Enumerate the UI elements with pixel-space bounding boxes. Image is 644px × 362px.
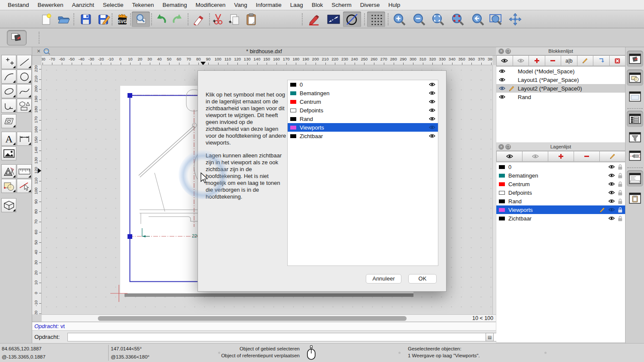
print-preview-button[interactable] bbox=[132, 12, 150, 27]
menu-bemating[interactable]: Bemating bbox=[158, 0, 191, 10]
layer-visibility-eye-icon[interactable] bbox=[608, 173, 615, 178]
svg-export-button[interactable]: SVG bbox=[113, 12, 131, 27]
layer-visibility-eye-icon[interactable] bbox=[429, 100, 435, 104]
layer-visibility-eye-icon[interactable] bbox=[608, 165, 615, 169]
ok-button[interactable]: OK bbox=[408, 274, 437, 284]
copy-button[interactable] bbox=[225, 12, 243, 27]
command-history-toggle[interactable] bbox=[627, 170, 643, 187]
dialog-layer-row-defpoints[interactable]: Defpoints bbox=[288, 106, 438, 115]
hscroll-thumb[interactable] bbox=[98, 316, 407, 321]
image-tool[interactable] bbox=[1, 146, 16, 160]
property-editor-toggle[interactable] bbox=[627, 88, 643, 105]
cad-tools[interactable] bbox=[1, 164, 16, 178]
layer-lock-icon[interactable] bbox=[618, 164, 623, 170]
dialog-layer-row-viewports[interactable]: Viewports bbox=[288, 123, 438, 132]
layer-row-centrum[interactable]: Centrum bbox=[496, 180, 625, 188]
menu-tekenen[interactable]: Tekenen bbox=[128, 0, 158, 10]
horizontal-scrollbar[interactable]: 10 < 100 bbox=[42, 314, 496, 322]
menu-informatie[interactable]: Informatie bbox=[252, 0, 286, 10]
menu-vang[interactable]: Vang bbox=[230, 0, 252, 10]
layer-lock-icon[interactable] bbox=[618, 207, 623, 213]
paste-button[interactable] bbox=[242, 12, 260, 27]
purge-block-button[interactable] bbox=[609, 55, 626, 66]
menu-aanzicht[interactable]: Aanzicht bbox=[68, 0, 99, 10]
layer-visibility-eye-icon[interactable] bbox=[429, 108, 435, 112]
modify-tool[interactable] bbox=[1, 179, 16, 193]
layer-visibility-eye-icon[interactable] bbox=[608, 199, 615, 203]
dialog-layer-row-0[interactable]: 0 bbox=[288, 80, 438, 89]
arc-tool[interactable] bbox=[1, 69, 16, 84]
block-visibility-eye-icon[interactable] bbox=[499, 69, 508, 73]
circle-tool-button[interactable] bbox=[343, 12, 361, 27]
ellipse-tool[interactable] bbox=[1, 84, 16, 98]
dialog-layer-row-rand[interactable]: Rand bbox=[288, 115, 438, 123]
block-row-layout2[interactable]: Layout2 (*Paper_Space0) bbox=[496, 84, 625, 93]
layer-visibility-eye-icon[interactable] bbox=[429, 134, 435, 138]
layer-row-viewports[interactable]: Viewports bbox=[496, 205, 625, 214]
new-file-button[interactable] bbox=[37, 12, 55, 27]
solid-3d-tool[interactable] bbox=[1, 198, 16, 212]
layer-row-0[interactable]: 0 bbox=[496, 163, 625, 171]
menu-laag[interactable]: Laag bbox=[286, 0, 307, 10]
layer-list-toggle[interactable] bbox=[627, 111, 643, 127]
layer-row-rand[interactable]: Rand bbox=[496, 197, 625, 205]
undo-button[interactable] bbox=[152, 12, 170, 27]
save-as-button[interactable] bbox=[95, 12, 113, 27]
selection-filter-toggle[interactable] bbox=[627, 129, 643, 145]
remove-block-button[interactable] bbox=[545, 55, 562, 66]
vertical-scrollbar[interactable] bbox=[492, 65, 496, 314]
zoom-selection-button[interactable] bbox=[449, 12, 467, 27]
layer-row-zichtbaar[interactable]: Zichtbaar bbox=[496, 214, 625, 223]
block-visibility-eye-icon[interactable] bbox=[499, 86, 508, 90]
insert-block-button[interactable] bbox=[593, 55, 610, 66]
save-button[interactable] bbox=[77, 12, 95, 27]
command-options-toggle[interactable] bbox=[627, 148, 643, 164]
dialog-layer-row-centrum[interactable]: Centrum bbox=[288, 97, 438, 106]
circle-tool-palette[interactable] bbox=[17, 69, 32, 84]
block-row-model[interactable]: Model (*Model_Space) bbox=[496, 67, 625, 75]
point-tool[interactable] bbox=[1, 55, 16, 69]
menu-bestand[interactable]: Bestand bbox=[3, 0, 33, 10]
menu-blok[interactable]: Blok bbox=[307, 0, 327, 10]
menu-hulp[interactable]: Hulp bbox=[384, 0, 404, 10]
layer-visibility-eye-icon[interactable] bbox=[429, 125, 435, 130]
measure-tool[interactable] bbox=[17, 164, 32, 178]
redo-button[interactable] bbox=[169, 12, 187, 27]
dimension-tool-palette[interactable] bbox=[17, 132, 32, 146]
zoom-out-button[interactable] bbox=[410, 12, 428, 27]
zoom-in-button[interactable] bbox=[390, 12, 408, 27]
shape-tool[interactable] bbox=[17, 99, 32, 113]
layer-lock-icon[interactable] bbox=[618, 181, 623, 187]
block-list-toggle[interactable] bbox=[627, 51, 643, 67]
dialog-layer-row-bematingen[interactable]: Bematingen bbox=[288, 89, 438, 97]
clipboard-toggle[interactable] bbox=[627, 190, 643, 206]
dialog-layer-row-zichtbaar[interactable]: Zichtbaar bbox=[288, 132, 438, 140]
layers-hide-all-button[interactable] bbox=[522, 151, 548, 162]
edit-layer-button[interactable] bbox=[599, 151, 626, 162]
cancel-button[interactable]: Annuleer bbox=[366, 274, 401, 284]
layer-row-defpoints[interactable]: Defpoints bbox=[496, 188, 625, 197]
layer-visibility-eye-icon[interactable] bbox=[608, 208, 615, 212]
blocks-show-all-button[interactable] bbox=[496, 55, 513, 66]
block-visibility-eye-icon[interactable] bbox=[499, 78, 508, 82]
layer-visibility-eye-icon[interactable] bbox=[429, 117, 435, 121]
layers-show-all-button[interactable] bbox=[496, 151, 522, 162]
text-tool[interactable]: A bbox=[1, 132, 16, 146]
blocks-hide-all-button[interactable] bbox=[513, 55, 529, 66]
layer-visibility-eye-icon[interactable] bbox=[608, 216, 615, 220]
menu-modificeren[interactable]: Modificeren bbox=[191, 0, 230, 10]
layer-lock-icon[interactable] bbox=[618, 190, 623, 196]
menu-selectie[interactable]: Selectie bbox=[98, 0, 128, 10]
command-options-button[interactable]: ▤ bbox=[486, 333, 494, 341]
dimension-tool-button[interactable] bbox=[325, 12, 343, 27]
command-input[interactable] bbox=[67, 333, 516, 341]
pan-button[interactable] bbox=[506, 12, 524, 27]
layer-visibility-eye-icon[interactable] bbox=[429, 82, 435, 87]
spline-tool[interactable] bbox=[17, 84, 32, 98]
rename-block-button[interactable]: a|b bbox=[561, 55, 577, 66]
hatch-tool[interactable] bbox=[1, 114, 16, 128]
line-tool[interactable] bbox=[17, 55, 32, 69]
layer-visibility-eye-icon[interactable] bbox=[429, 91, 435, 95]
viewport-toggle-button[interactable] bbox=[7, 30, 27, 45]
layer-lock-icon[interactable] bbox=[618, 216, 623, 221]
